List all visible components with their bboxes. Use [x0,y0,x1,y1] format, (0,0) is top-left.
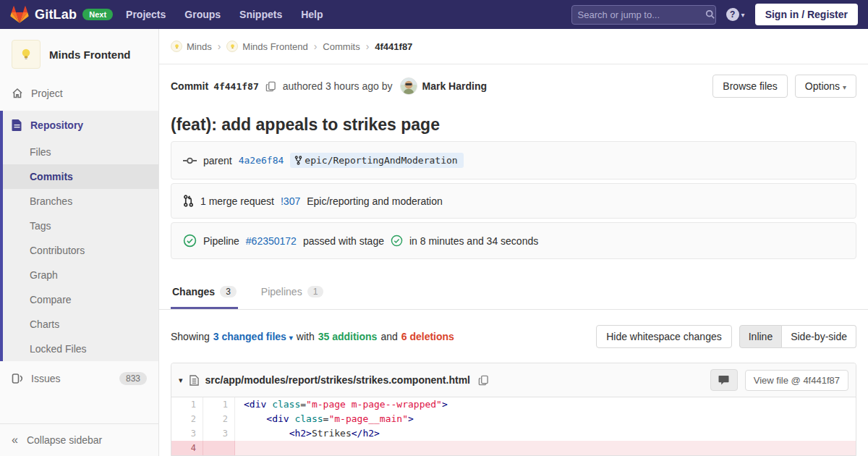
sidebar-item-compare[interactable]: Compare [3,287,158,312]
browse-files-button[interactable]: Browse files [712,75,787,98]
new-line-number[interactable]: 1 [203,397,235,412]
stage-passed-icon[interactable] [391,235,403,247]
nav-link-groups[interactable]: Groups [184,9,221,20]
project-name: Minds Frontend [49,48,131,61]
parent-sha-link[interactable]: 4a2e6f84 [239,155,284,166]
new-line-number[interactable]: 3 [203,426,235,441]
author-avatar[interactable] [400,77,417,95]
old-line-number[interactable]: 2 [171,412,203,426]
collapse-file-caret-icon[interactable]: ▾ [179,376,183,385]
diff-file-header: ▾ src/app/modules/report/strikes/strikes… [171,363,856,397]
sidebar-item-branches[interactable]: Branches [3,189,158,214]
parent-commit-box: parent 4a2e6f84 epic/ReportingAndModerat… [171,141,856,180]
nav-link-projects[interactable]: Projects [126,9,166,20]
global-search[interactable] [571,5,716,25]
sidebar-item-project[interactable]: Project [0,79,158,108]
changed-files-dropdown[interactable]: 3 changed files ▾ [213,331,293,342]
nav-link-snippets[interactable]: Snippets [239,9,282,20]
commit-label: Commit [171,80,208,92]
old-line-number[interactable]: 4 [171,441,203,455]
sidebar-item-repository[interactable]: Repository [3,111,158,140]
author-name[interactable]: Mark Harding [422,80,487,92]
copy-sha-button[interactable] [264,81,278,92]
code-line: <div class="m-page__main"> [235,412,856,426]
new-line-number[interactable]: 2 [203,412,235,426]
sidebar-item-tags[interactable]: Tags [3,214,158,238]
breadcrumb-minds[interactable]: Minds [171,41,212,52]
help-menu[interactable]: ? ▾ [726,8,745,21]
search-icon [705,9,715,20]
breadcrumb-commits[interactable]: Commits [323,41,359,52]
mr-ref-link[interactable]: !307 [281,195,300,207]
commit-tabs: Changes 3 Pipelines 1 [159,278,868,310]
pipeline-duration-text: in 8 minutes and 34 seconds [409,235,538,247]
sidebar-item-commits[interactable]: Commits [3,164,158,189]
sidebar-item-issues[interactable]: Issues 833 [0,363,158,394]
question-icon: ? [726,8,739,21]
options-dropdown-button[interactable]: Options ▾ [795,75,856,98]
view-file-button[interactable]: View file @ 4f441f87 [745,370,848,391]
toggle-comments-button[interactable] [710,369,738,391]
commit-icon [183,156,197,166]
group-avatar [171,41,182,52]
breadcrumb-separator: › [366,41,370,52]
pipeline-id-link[interactable]: #62350172 [246,235,297,247]
mr-count-text: 1 merge request [200,195,274,207]
caret-down-icon: ▾ [843,83,846,91]
tab-changes[interactable]: Changes 3 [171,278,238,309]
tab-label: Changes [172,286,215,297]
authored-text: authored 3 hours ago by [283,80,393,92]
collapse-sidebar-button[interactable]: « Collapse sidebar [0,423,158,456]
diff-row: 11<div class="m-page m-page--wrapped"> [171,397,856,412]
hide-whitespace-button[interactable]: Hide whitespace changes [596,325,732,348]
sidebar-item-locked-files[interactable]: Locked Files [3,337,158,361]
next-badge: Next [82,9,113,20]
options-label: Options [805,80,840,92]
sidebar-item-graph[interactable]: Graph [3,263,158,287]
brand-name: GitLab [35,7,77,22]
new-line-number[interactable] [203,441,235,455]
commit-sha: 4f441f87 [213,81,259,92]
breadcrumb-label: Minds [187,41,212,52]
code-line: <div class="m-page m-page--wrapped"> [235,397,856,412]
pipeline-label: Pipeline [203,235,239,247]
breadcrumb-separator: › [314,41,318,52]
mr-title: Epic/reporting and moderation [307,195,443,207]
file-path[interactable]: src/app/modules/report/strikes/strikes.c… [205,374,470,386]
gitlab-brand[interactable]: GitLab Next [10,5,113,24]
pipelines-count-badge: 1 [307,286,324,297]
breadcrumb-minds-frontend[interactable]: Minds Frontend [226,41,307,52]
sidebar-item-label: Repository [30,119,83,131]
pipeline-status-box: Pipeline #62350172 passed with stage in … [171,222,856,259]
inline-view-button[interactable]: Inline [739,325,782,348]
diff-row: 4 [171,441,856,455]
old-line-number[interactable]: 3 [171,426,203,441]
old-line-number[interactable]: 1 [171,397,203,412]
sidebar-item-label: Issues [31,373,60,384]
search-input[interactable] [578,9,705,20]
main-content: Minds › Minds Frontend › Commits › 4f441… [159,29,868,456]
pipeline-status-passed-icon [183,234,197,248]
sidebar-item-label: Project [31,88,63,99]
sidebar-section-repository: Repository Files Commits Branches Tags C… [0,111,158,361]
tab-pipelines[interactable]: Pipelines 1 [260,278,326,309]
side-by-side-view-button[interactable]: Side-by-side [782,325,856,348]
sign-in-register-button[interactable]: Sign in / Register [755,4,858,25]
tab-label: Pipelines [261,286,302,297]
breadcrumb-label: Commits [323,41,359,52]
project-avatar [12,40,41,69]
branch-ref-badge[interactable]: epic/ReportingAndModeration [290,153,463,168]
sidebar-item-files[interactable]: Files [3,140,158,164]
sidebar-item-charts[interactable]: Charts [3,312,158,337]
top-navbar: GitLab Next Projects Groups Snippets Hel… [0,0,868,29]
sidebar-item-contributors[interactable]: Contributors [3,238,158,263]
merge-request-box: 1 merge request !307 Epic/reporting and … [171,183,856,219]
breadcrumb-separator: › [218,41,221,52]
home-icon [12,88,23,99]
commit-meta-row: Commit 4f441f87 authored 3 hours ago by … [159,64,868,98]
file-icon [190,375,199,386]
project-context-header[interactable]: Minds Frontend [0,29,158,79]
copy-file-path-button[interactable] [477,375,490,386]
diff-view-toggle: Inline Side-by-side [739,325,856,348]
nav-link-help[interactable]: Help [301,9,323,20]
